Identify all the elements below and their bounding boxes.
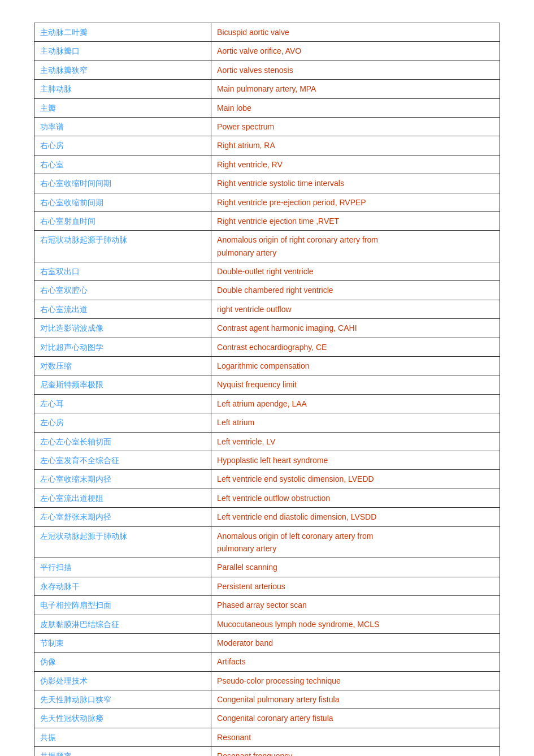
table-row: 左心左心室长轴切面Left ventricle, LV [34,432,500,451]
english-term: right ventricle outflow [211,300,500,318]
english-term: Power spectrum [211,117,500,136]
chinese-term: 右心室双腔心 [34,281,211,300]
english-term: Resonant frenquency [211,747,500,756]
table-row: 右心室收缩时间间期Right ventricle systolic time i… [34,174,500,193]
chinese-term: 共振频率 [34,747,211,756]
english-term: Left atrium apendge, LAA [211,394,500,413]
english-term: Contrast agent harmonic imaging, CAHI [211,319,500,338]
english-term: Anomalous origin of right coronary arter… [211,231,500,262]
table-row: 共振Resonant [34,728,500,746]
table-row: 右心室双腔心Double chambered right ventricle [34,281,500,300]
table-row: 左心室流出道梗阻Left ventricle outflow obstructi… [34,489,500,507]
english-term: Main pulmonary artery, MPA [211,80,500,98]
english-term: Resonant [211,728,500,746]
chinese-term: 右冠状动脉起源于肺动脉 [34,231,211,262]
table-row: 对比造影谐波成像Contrast agent harmonic imaging,… [34,319,500,338]
chinese-term: 左心室流出道梗阻 [34,489,211,507]
english-term: Persistent arterious [211,577,500,595]
chinese-term: 右心室收缩前间期 [34,193,211,211]
table-row: 伪像Artifacts [34,653,500,671]
chinese-term: 电子相控阵扇型扫面 [34,596,211,615]
english-term: Artifacts [211,653,500,671]
table-row: 伪影处理技术Pseudo-color processing technique [34,671,500,690]
table-row: 主肺动脉Main pulmonary artery, MPA [34,80,500,98]
english-term: Aortic valves stenosis [211,61,500,79]
chinese-term: 对比超声心动图学 [34,338,211,356]
chinese-term: 左心室舒张末期内径 [34,508,211,526]
chinese-term: 右心室 [34,155,211,174]
english-term: Moderator band [211,633,500,652]
table-row: 左冠状动脉起源于肺动脉Anomalous origin of left coro… [34,526,500,558]
table-row: 先天性肺动脉口狭窄Congenital pulmonary artery fis… [34,690,500,709]
english-term: Double chambered right ventricle [211,281,500,300]
english-term: Left atrium [211,413,500,432]
chinese-term: 共振 [34,728,211,746]
table-row: 右冠状动脉起源于肺动脉Anomalous origin of right cor… [34,231,500,262]
english-term: Hypoplastic left heart syndrome [211,451,500,469]
english-term: Bicuspid aortic valve [211,23,500,42]
table-row: 右心室收缩前间期Right ventricle pre-ejection per… [34,193,500,211]
english-term: Mucocutaneous lymph node syndrome, MCLS [211,615,500,633]
chinese-term: 主动脉瓣狭窄 [34,61,211,79]
chinese-term: 左冠状动脉起源于肺动脉 [34,526,211,558]
chinese-term: 左心房 [34,413,211,432]
chinese-term: 左心室收缩末期内径 [34,470,211,489]
chinese-term: 伪像 [34,653,211,671]
chinese-term: 节制束 [34,633,211,652]
english-term: Left ventricle, LV [211,432,500,451]
glossary-table: 主动脉二叶瓣Bicuspid aortic valve主动脉瓣口Aortic v… [34,23,500,756]
english-term: Left ventricle outflow obstruction [211,489,500,507]
chinese-term: 对比造影谐波成像 [34,319,211,338]
chinese-term: 皮肤黏膜淋巴结综合征 [34,615,211,633]
table-row: 先天性冠状动脉瘘Congenital coronary artery fistu… [34,709,500,728]
english-term: Left ventricle end diastolic dimension, … [211,508,500,526]
english-term: Pseudo-color processing technique [211,671,500,690]
table-row: 右心室射血时间Right ventricle ejection time ,RV… [34,211,500,230]
chinese-term: 功率谱 [34,117,211,136]
chinese-term: 左心左心室长轴切面 [34,432,211,451]
chinese-term: 伪影处理技术 [34,671,211,690]
table-row: 右室双出口Double-outlet right ventricle [34,262,500,281]
table-row: 功率谱Power spectrum [34,117,500,136]
chinese-term: 右心室流出道 [34,300,211,318]
table-row: 右心室Right ventricle, RV [34,155,500,174]
table-row: 对数压缩Logarithmic compensation [34,357,500,375]
table-row: 主动脉瓣狭窄Aortic valves stenosis [34,61,500,79]
table-row: 左心室舒张末期内径Left ventricle end diastolic di… [34,508,500,526]
table-row: 皮肤黏膜淋巴结综合征Mucocutaneous lymph node syndr… [34,615,500,633]
table-row: 对比超声心动图学Contrast echocardiography, CE [34,338,500,356]
chinese-term: 对数压缩 [34,357,211,375]
english-term: Right ventricle ejection time ,RVET [211,211,500,230]
english-term: Right ventricle pre-ejection period, RVP… [211,193,500,211]
english-term: Left ventricle end systolic dimension, L… [211,470,500,489]
chinese-term: 平行扫描 [34,558,211,577]
table-row: 平行扫描Parallel scanning [34,558,500,577]
english-term: Anomalous origin of left coronary artery… [211,526,500,558]
english-term: Nyquist frequency limit [211,375,500,394]
chinese-term: 主肺动脉 [34,80,211,98]
chinese-term: 尼奎斯特频率极限 [34,375,211,394]
english-term: Main lobe [211,98,500,117]
table-row: 主动脉瓣口Aortic valve orifice, AVO [34,42,500,61]
table-row: 左心室发育不全综合征Hypoplastic left heart syndrom… [34,451,500,469]
chinese-term: 右心室射血时间 [34,211,211,230]
english-term: Logarithmic compensation [211,357,500,375]
english-term: Right ventricle systolic time intervals [211,174,500,193]
table-row: 永存动脉干Persistent arterious [34,577,500,595]
chinese-term: 永存动脉干 [34,577,211,595]
chinese-term: 左心室发育不全综合征 [34,451,211,469]
table-row: 主动脉二叶瓣Bicuspid aortic valve [34,23,500,42]
english-term: Aortic valve orifice, AVO [211,42,500,61]
chinese-term: 右室双出口 [34,262,211,281]
english-term: Congenital coronary artery fistula [211,709,500,728]
table-row: 电子相控阵扇型扫面Phased array sector scan [34,596,500,615]
table-row: 主瓣Main lobe [34,98,500,117]
table-row: 节制束Moderator band [34,633,500,652]
chinese-term: 左心耳 [34,394,211,413]
table-row: 左心室收缩末期内径Left ventricle end systolic dim… [34,470,500,489]
table-row: 尼奎斯特频率极限Nyquist frequency limit [34,375,500,394]
chinese-term: 主动脉二叶瓣 [34,23,211,42]
chinese-term: 主动脉瓣口 [34,42,211,61]
english-term: Right ventricle, RV [211,155,500,174]
table-row: 右心房Right atrium, RA [34,136,500,155]
